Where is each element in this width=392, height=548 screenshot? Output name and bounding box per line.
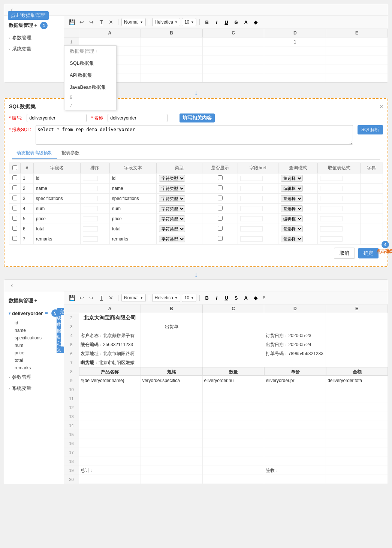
- bottom-cell[interactable]: [203, 412, 265, 421]
- row-checkbox[interactable]: [12, 216, 17, 221]
- order-input[interactable]: [83, 186, 98, 191]
- bottom-font-dropdown[interactable]: Helvetica ▼: [152, 294, 180, 302]
- underline-button[interactable]: U: [222, 18, 230, 26]
- expr-input[interactable]: [320, 186, 343, 191]
- sidebar-item-sysvars[interactable]: › 系统变量: [4, 43, 64, 55]
- bottom-cell[interactable]: [264, 457, 326, 466]
- row-type[interactable]: 字符类型: [156, 234, 202, 244]
- bottom-cell[interactable]: [326, 448, 388, 457]
- bottom-cell[interactable]: 出货日期：2020-05-24: [264, 340, 326, 349]
- href-input[interactable]: [240, 236, 263, 242]
- bottom-cell[interactable]: [141, 466, 203, 475]
- type-select[interactable]: 字符类型: [159, 175, 185, 182]
- query-select[interactable]: 编辑框: [281, 215, 303, 222]
- strikethrough-button[interactable]: S: [232, 18, 240, 26]
- bottom-cell[interactable]: [203, 466, 265, 475]
- href-input[interactable]: [240, 196, 263, 201]
- bottom-cell[interactable]: [264, 313, 326, 322]
- show-checkbox[interactable]: [218, 236, 223, 241]
- field-remarks[interactable]: remarks: [4, 364, 64, 372]
- bottom-cell[interactable]: [326, 349, 388, 358]
- field-price[interactable]: price: [4, 349, 64, 357]
- row-show[interactable]: [202, 234, 238, 244]
- bottom-cell[interactable]: 发票地址：北京市朝阳路啊啊大厦: [79, 349, 141, 358]
- bottom-cell[interactable]: [141, 313, 203, 322]
- bottom-cell[interactable]: [79, 439, 141, 448]
- row-checkbox-cell[interactable]: [9, 214, 21, 224]
- row-href[interactable]: [238, 224, 278, 234]
- bottom-fillcolor-button[interactable]: ◆: [251, 294, 260, 302]
- order-input[interactable]: [83, 196, 98, 201]
- bottom-cell[interactable]: [326, 430, 388, 439]
- bottom-cell[interactable]: [326, 340, 388, 349]
- bottom-cell[interactable]: [203, 331, 265, 340]
- row-order[interactable]: [80, 214, 109, 224]
- bottom-back-arrow[interactable]: ‹: [8, 281, 16, 290]
- row-show[interactable]: [202, 224, 238, 234]
- bottom-cell[interactable]: [326, 466, 388, 475]
- bottom-cell[interactable]: [326, 457, 388, 466]
- row-type[interactable]: 字符类型: [156, 173, 202, 184]
- bottom-insert-button[interactable]: T̲: [97, 294, 105, 302]
- bottom-cell[interactable]: [203, 313, 265, 322]
- bottom-cell[interactable]: [79, 412, 141, 421]
- query-select[interactable]: 筛选择: [281, 205, 303, 212]
- confirm-button[interactable]: 确定: [358, 248, 379, 258]
- row-expr[interactable]: [318, 214, 360, 224]
- name-input[interactable]: [108, 114, 168, 122]
- bottom-cell[interactable]: [203, 322, 265, 331]
- row-checkbox-cell[interactable]: [9, 194, 21, 204]
- bottom-cell[interactable]: [326, 394, 388, 403]
- bottom-cell[interactable]: [79, 430, 141, 439]
- row-checkbox-cell[interactable]: [9, 224, 21, 234]
- bottom-cell[interactable]: [326, 385, 388, 394]
- bottom-cell[interactable]: [141, 331, 203, 340]
- show-checkbox[interactable]: [218, 216, 223, 221]
- order-input[interactable]: [83, 176, 98, 181]
- bottom-cell[interactable]: [79, 475, 141, 484]
- bottom-italic-button[interactable]: I: [212, 294, 221, 302]
- bottom-cell[interactable]: [264, 439, 326, 448]
- row-order[interactable]: [80, 194, 109, 204]
- bottom-strikethrough-button[interactable]: S: [232, 294, 240, 302]
- row-expr[interactable]: [318, 224, 360, 234]
- show-checkbox[interactable]: [218, 175, 223, 180]
- href-input[interactable]: [240, 226, 263, 231]
- row-show[interactable]: [202, 194, 238, 204]
- bottom-cell[interactable]: [141, 448, 203, 457]
- bottom-cell[interactable]: [203, 358, 265, 367]
- query-select[interactable]: 编辑框: [281, 185, 303, 192]
- bottom-cell[interactable]: [326, 475, 388, 484]
- bottom-cell[interactable]: [79, 403, 141, 412]
- size-dropdown[interactable]: 10 ▼: [182, 18, 196, 26]
- row-query[interactable]: 筛选择: [278, 224, 318, 234]
- order-input[interactable]: [83, 236, 98, 242]
- bottom-cell[interactable]: 单价: [264, 367, 326, 376]
- href-input[interactable]: [240, 216, 263, 221]
- expr-input[interactable]: [320, 226, 343, 231]
- sql-parse-button[interactable]: SQL解析: [358, 125, 383, 134]
- bottom-cell[interactable]: [203, 457, 265, 466]
- href-input[interactable]: [240, 206, 263, 211]
- bottom-cell[interactable]: [203, 439, 265, 448]
- bottom-cell[interactable]: 签收：: [264, 466, 326, 475]
- query-select[interactable]: 筛选择: [281, 236, 303, 242]
- order-input[interactable]: [83, 226, 98, 231]
- bottom-cell[interactable]: [141, 457, 203, 466]
- row-checkbox-cell[interactable]: [9, 204, 21, 214]
- bottom-cell[interactable]: [264, 358, 326, 367]
- type-select[interactable]: 字符类型: [159, 205, 185, 212]
- tab-params[interactable]: 报表参数: [57, 148, 84, 159]
- row-checkbox-cell[interactable]: [9, 173, 21, 184]
- row-href[interactable]: [238, 194, 278, 204]
- bottom-undo-button[interactable]: ↩: [78, 294, 86, 302]
- row-query[interactable]: 筛选择: [278, 234, 318, 244]
- bottom-redo-button[interactable]: ↪: [87, 294, 96, 302]
- bottom-cell[interactable]: veryorder.specifica: [141, 376, 203, 385]
- bottom-cell[interactable]: [141, 349, 203, 358]
- dropdown-javabean-item[interactable]: JavaBean数据集: [64, 81, 116, 82]
- bottom-cell[interactable]: [203, 475, 265, 484]
- bottom-size-dropdown[interactable]: 10 ▼: [182, 294, 196, 302]
- row-type[interactable]: 字符类型: [156, 214, 202, 224]
- row-show[interactable]: [202, 214, 238, 224]
